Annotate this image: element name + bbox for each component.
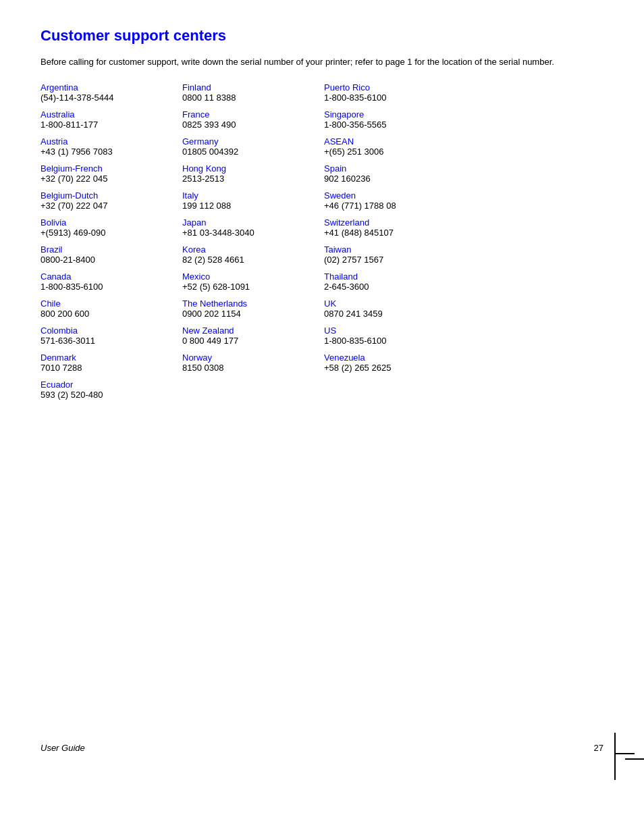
country-name: Japan [182, 217, 317, 228]
country-block: Chile800 200 600 [41, 298, 176, 319]
country-name: The Netherlands [182, 298, 317, 309]
country-name: Taiwan [324, 244, 493, 255]
country-block: Thailand2-645-3600 [324, 271, 493, 292]
country-block: Norway8150 0308 [182, 353, 317, 373]
country-name: US [324, 325, 493, 336]
country-phone: 2-645-3600 [324, 282, 493, 292]
country-phone: 902 160236 [324, 174, 493, 184]
footer-page-number: 27 [594, 743, 603, 753]
column-3: Puerto Rico1-800-835-6100Singapore1-800-… [324, 82, 493, 407]
country-phone: (54)-114-378-5444 [41, 93, 176, 103]
country-block: Japan+81 03-3448-3040 [182, 217, 317, 238]
country-block: Finland0800 11 8388 [182, 82, 317, 103]
country-phone: +43 (1) 7956 7083 [41, 147, 176, 157]
country-name: Mexico [182, 271, 317, 282]
country-block: Colombia571-636-3011 [41, 325, 176, 346]
country-block: Belgium-French+32 (70) 222 045 [41, 163, 176, 184]
country-block: Puerto Rico1-800-835-6100 [324, 82, 493, 103]
country-block: Korea82 (2) 528 4661 [182, 244, 317, 265]
country-phone: 0825 393 490 [182, 120, 317, 130]
country-name: Spain [324, 163, 493, 174]
country-block: Spain902 160236 [324, 163, 493, 184]
country-block: The Netherlands0900 202 1154 [182, 298, 317, 319]
column-1: Argentina(54)-114-378-5444Australia1-800… [41, 82, 176, 407]
footer-user-guide: User Guide [41, 743, 85, 753]
country-block: Italy199 112 088 [182, 190, 317, 211]
country-name: Switzerland [324, 217, 493, 228]
country-phone: 1-800-835-6100 [324, 93, 493, 103]
country-block: Hong Kong2513-2513 [182, 163, 317, 184]
country-name: Belgium-Dutch [41, 190, 176, 201]
country-phone: +41 (848) 845107 [324, 228, 493, 238]
country-block: Mexico+52 (5) 628-1091 [182, 271, 317, 292]
country-phone: 0800 11 8388 [182, 93, 317, 103]
country-block: France0825 393 490 [182, 109, 317, 130]
country-phone: 1-800-835-6100 [41, 282, 176, 292]
country-name: Italy [182, 190, 317, 201]
sidebar-decoration [614, 733, 644, 780]
country-name: Belgium-French [41, 163, 176, 174]
country-phone: +81 03-3448-3040 [182, 228, 317, 238]
country-name: France [182, 109, 317, 120]
country-phone: 593 (2) 520-480 [41, 390, 176, 400]
intro-text: Before calling for customer support, wri… [41, 55, 603, 69]
country-phone: 7010 7288 [41, 363, 176, 373]
country-name: Finland [182, 82, 317, 93]
country-name: Germany [182, 136, 317, 147]
country-name: Bolivia [41, 217, 176, 228]
country-name: Colombia [41, 325, 176, 336]
country-name: Norway [182, 353, 317, 363]
country-name: ASEAN [324, 136, 493, 147]
country-phone: +32 (70) 222 047 [41, 201, 176, 211]
country-phone: 82 (2) 528 4661 [182, 255, 317, 265]
country-name: Venezuela [324, 353, 493, 363]
country-name: UK [324, 298, 493, 309]
country-phone: 0870 241 3459 [324, 309, 493, 319]
country-phone: 800 200 600 [41, 309, 176, 319]
country-name: Puerto Rico [324, 82, 493, 93]
country-block: Ecuador593 (2) 520-480 [41, 380, 176, 400]
country-block: Australia1-800-811-177 [41, 109, 176, 130]
country-phone: +32 (70) 222 045 [41, 174, 176, 184]
country-name: Brazil [41, 244, 176, 255]
country-block: Singapore1-800-356-5565 [324, 109, 493, 130]
country-block: Denmark7010 7288 [41, 353, 176, 373]
country-block: Germany01805 004392 [182, 136, 317, 157]
country-phone: 1-800-811-177 [41, 120, 176, 130]
country-name: Chile [41, 298, 176, 309]
country-phone: +(5913) 469-090 [41, 228, 176, 238]
country-block: Belgium-Dutch+32 (70) 222 047 [41, 190, 176, 211]
country-name: Denmark [41, 353, 176, 363]
country-block: Argentina(54)-114-378-5444 [41, 82, 176, 103]
country-phone: 01805 004392 [182, 147, 317, 157]
country-name: Thailand [324, 271, 493, 282]
country-phone: +52 (5) 628-1091 [182, 282, 317, 292]
country-block: US1-800-835-6100 [324, 325, 493, 346]
country-name: Korea [182, 244, 317, 255]
country-phone: 2513-2513 [182, 174, 317, 184]
countries-grid: Argentina(54)-114-378-5444Australia1-800… [41, 82, 603, 407]
country-block: Taiwan(02) 2757 1567 [324, 244, 493, 265]
country-block: Canada1-800-835-6100 [41, 271, 176, 292]
country-name: Australia [41, 109, 176, 120]
country-name: Singapore [324, 109, 493, 120]
country-phone: 571-636-3011 [41, 336, 176, 346]
column-2: Finland0800 11 8388France0825 393 490Ger… [182, 82, 317, 407]
country-phone: 0 800 449 177 [182, 336, 317, 346]
country-name: Sweden [324, 190, 493, 201]
country-phone: +(65) 251 3006 [324, 147, 493, 157]
country-block: Sweden+46 (771) 1788 08 [324, 190, 493, 211]
country-name: Canada [41, 271, 176, 282]
country-name: Hong Kong [182, 163, 317, 174]
country-block: New Zealand0 800 449 177 [182, 325, 317, 346]
country-phone: (02) 2757 1567 [324, 255, 493, 265]
country-block: Austria+43 (1) 7956 7083 [41, 136, 176, 157]
country-phone: 1-800-835-6100 [324, 336, 493, 346]
footer: User Guide 27 [41, 743, 603, 753]
country-block: UK0870 241 3459 [324, 298, 493, 319]
country-block: Venezuela+58 (2) 265 2625 [324, 353, 493, 373]
country-phone: 1-800-356-5565 [324, 120, 493, 130]
country-phone: 8150 0308 [182, 363, 317, 373]
page: Customer support centers Before calling … [0, 0, 644, 434]
country-phone: +46 (771) 1788 08 [324, 201, 493, 211]
